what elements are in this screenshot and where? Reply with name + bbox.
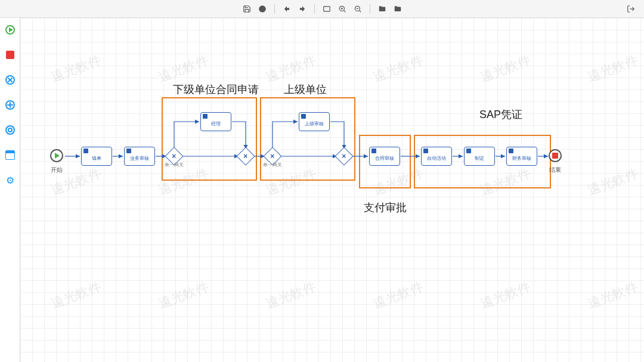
palette-start-event[interactable]: [4, 24, 16, 36]
folder-b-button[interactable]: [391, 2, 405, 16]
start-label: 开始: [51, 166, 63, 174]
task-manager[interactable]: 经理: [200, 112, 231, 131]
svg-line-7: [359, 10, 361, 12]
flow-edges: [20, 18, 644, 362]
palette-form[interactable]: [4, 149, 16, 161]
fit-button[interactable]: [320, 2, 334, 16]
user-task-icon: [203, 114, 208, 119]
validate-button[interactable]: [255, 2, 270, 16]
zoom-out-button[interactable]: [351, 2, 365, 16]
task-superior-review[interactable]: 上级审核: [299, 112, 330, 131]
svg-rect-1: [323, 6, 330, 11]
start-node[interactable]: 开始: [50, 149, 63, 162]
svg-line-3: [343, 10, 345, 12]
annotation-label-sap: SAP凭证: [479, 107, 522, 122]
redo-button[interactable]: [295, 2, 309, 16]
user-task-icon: [126, 148, 131, 153]
save-button[interactable]: [240, 2, 254, 16]
annotation-box-sub-unit: [162, 97, 257, 181]
annotation-label-superior: 上级单位: [284, 82, 327, 97]
annotation-label-payment: 支付审批: [364, 200, 407, 215]
canvas[interactable]: 遠光軟件 遠光軟件 遠光軟件 遠光軟件 遠光軟件 遠光軟件 遠光軟件 遠光軟件 …: [20, 18, 644, 362]
user-task-icon: [301, 114, 306, 119]
palette-settings[interactable]: ⚙: [4, 174, 16, 186]
gateway-4[interactable]: ×: [338, 150, 351, 163]
task-auto[interactable]: 自动活动: [421, 147, 452, 166]
toolbar: [0, 0, 644, 18]
user-task-icon: [466, 148, 471, 153]
watermark: 遠光軟件 遠光軟件 遠光軟件 遠光軟件 遠光軟件 遠光軟件 遠光軟件 遠光軟件 …: [20, 18, 644, 362]
annotation-label-sub-unit: 下级单位合同申请: [173, 82, 259, 97]
separator: [370, 4, 370, 14]
undo-button[interactable]: [280, 2, 294, 16]
end-label: 结束: [549, 166, 561, 174]
task-contract-review[interactable]: 合同审核: [369, 147, 400, 166]
user-task-icon: [509, 148, 513, 153]
task-finance-review[interactable]: 财务审核: [506, 147, 537, 166]
gateway-2[interactable]: ×: [239, 150, 252, 163]
gateway-1[interactable]: × 单一网关: [168, 150, 181, 163]
zoom-in-button[interactable]: [335, 2, 349, 16]
exit-button[interactable]: [624, 2, 638, 16]
separator: [274, 4, 275, 14]
service-task-icon: [423, 148, 428, 153]
palette-cancel[interactable]: [4, 74, 16, 86]
annotation-box-superior: [260, 97, 355, 181]
folder-a-button[interactable]: [375, 2, 389, 16]
palette-intermediate[interactable]: [4, 124, 16, 136]
palette: ⚙: [0, 18, 20, 362]
palette-end-event[interactable]: [4, 49, 16, 61]
task-voucher[interactable]: 制证: [464, 147, 495, 166]
task-fill[interactable]: 填单: [81, 147, 112, 166]
end-node[interactable]: 结束: [549, 149, 562, 162]
svg-point-0: [259, 5, 266, 13]
palette-add[interactable]: [4, 99, 16, 111]
user-task-icon: [371, 148, 376, 153]
gateway-3[interactable]: × 单一网关: [266, 150, 279, 163]
separator: [314, 4, 315, 14]
task-biz-review[interactable]: 业务审核: [124, 147, 155, 166]
user-task-icon: [83, 148, 88, 153]
